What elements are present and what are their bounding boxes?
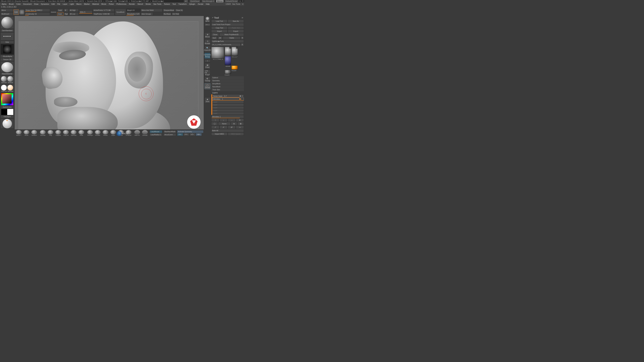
gradient-sphere[interactable]	[0, 118, 14, 129]
menu-stroke[interactable]: Stroke	[144, 3, 152, 5]
brush-layer[interactable]: Layer	[110, 130, 117, 136]
menu-saxtools[interactable]: Sax Tools	[152, 3, 162, 5]
rotate-button[interactable]: ⟲Rotate	[204, 39, 210, 45]
bpr-button[interactable]: BPR	[204, 16, 210, 22]
material-skinsha[interactable]	[8, 85, 13, 90]
brush-hpolish[interactable]: hPolish	[94, 130, 102, 136]
brush-planar[interactable]: Planar	[102, 130, 109, 136]
sym-y-button[interactable]: >Y<	[183, 133, 189, 136]
brush-zmodel[interactable]: ZModel	[141, 130, 148, 136]
menu-macro[interactable]: Macro	[75, 3, 82, 5]
section-subtool[interactable]: Subtool	[211, 76, 244, 79]
move-button[interactable]: ✥Move	[204, 32, 210, 38]
z-intensity-slider[interactable]: Z Intensity 15	[25, 12, 50, 15]
menu-edit[interactable]: Edit	[50, 3, 56, 5]
refresh-icon[interactable]: ⟳	[242, 17, 243, 19]
menu-movie[interactable]: Movie	[100, 3, 107, 5]
layer-invert-icon[interactable]: ⇄	[228, 125, 236, 129]
dynamic-persp-button[interactable]: DynamicPersp	[204, 53, 210, 59]
tool-thumb-5[interactable]	[225, 70, 231, 74]
section-arraymesh[interactable]: ArrayMesh	[211, 82, 244, 85]
color-picker[interactable]	[1, 93, 14, 105]
bake-all-button[interactable]: Bake All	[211, 129, 244, 132]
sdiv-slider[interactable]: SDiv 5	[79, 10, 92, 14]
section-geometry[interactable]: Geometry	[211, 79, 244, 82]
stroke-thumbnail[interactable]	[0, 32, 14, 40]
brush-clay[interactable]: Clay	[47, 130, 54, 136]
back-arrow-icon[interactable]: ↶	[212, 17, 214, 19]
blur-mask-button[interactable]: BlurMask	[163, 12, 172, 15]
menu-marker[interactable]: Marker	[83, 3, 91, 5]
morphuv-button[interactable]: Morph UV	[126, 8, 140, 12]
active-tool-name[interactable]: U4_L1_Polish_NoSimmetria.	[211, 43, 241, 46]
lightbox-tools-button[interactable]: Lightbox▶Tools	[211, 40, 244, 43]
draw-size-slider[interactable]: Draw Size 54.88813	[25, 8, 50, 12]
switch-color[interactable]: SwitchColor	[0, 106, 14, 109]
sym-m-button[interactable]: >M<	[196, 133, 202, 136]
load-tools-project-button[interactable]: Load Tools From Project	[211, 23, 244, 26]
layer-down-icon[interactable]: ↓	[220, 118, 228, 122]
layer-del-icon[interactable]: ⊠	[237, 122, 244, 125]
dynamesh-button[interactable]: DynaMesh	[115, 9, 126, 15]
menu-alpha[interactable]: Alpha	[1, 3, 8, 5]
tool-thumb-1[interactable]: 3	[225, 47, 231, 56]
section-thickskin[interactable]: Thick Skin	[211, 88, 244, 91]
auto-groups-button[interactable]: Auto Groups	[141, 12, 153, 15]
floor-button[interactable]: ▦Floor	[204, 63, 210, 69]
layer-up-icon[interactable]: ↑	[211, 118, 219, 122]
material-flatcol[interactable]	[1, 85, 7, 90]
layer-split-icon[interactable]: ⫽	[211, 125, 219, 129]
pin-icon[interactable]: ⊙	[242, 3, 244, 5]
material-thumbnail[interactable]	[0, 61, 14, 72]
layer-wrinkles[interactable]: Wrinkles 1 REC	[212, 97, 244, 100]
menu-light[interactable]: Light	[69, 3, 75, 5]
layer-empty[interactable]: Layer	[212, 106, 244, 109]
copy-tool-button[interactable]: Copy Tool	[211, 26, 228, 29]
seethrough-slider[interactable]: See-through 0	[202, 0, 215, 2]
accucurve-toggle[interactable]: AccuCurve	[163, 133, 176, 136]
goz-all-button[interactable]: All	[218, 36, 222, 39]
menu-render[interactable]: Render	[128, 3, 136, 5]
section-nanomesh[interactable]: NanoMesh	[211, 85, 244, 88]
menu-file[interactable]: File	[56, 3, 61, 5]
layer-fwd-icon[interactable]: →	[228, 118, 236, 122]
layer-flat-icon[interactable]: ▭	[236, 125, 244, 129]
menu-brush[interactable]: Brush	[8, 3, 15, 5]
close-icon[interactable]: ✕	[242, 0, 244, 2]
activate-symmetry-button[interactable]: Activate Symmetry	[177, 130, 203, 133]
make-polymesh3d-button[interactable]: Make PolyMesh3D	[219, 33, 244, 36]
layer-merge-icon[interactable]: ⫻	[220, 125, 228, 129]
brush-claytut[interactable]: ClayTut	[62, 130, 70, 136]
menu-stencil[interactable]: Stencil	[136, 3, 144, 5]
color-swatches[interactable]	[1, 109, 13, 115]
menu-zplugin[interactable]: Zplugin	[188, 3, 196, 5]
dynamic-label[interactable]: Dynamic	[50, 11, 57, 13]
mirror-button[interactable]: Mirror	[1, 8, 13, 12]
menu-picker[interactable]: Picker	[108, 3, 115, 5]
all-low-button[interactable]: All Low	[69, 12, 79, 15]
ghost-button[interactable]: ◯Ghost	[204, 83, 210, 89]
mirror-and-weld-button[interactable]: Mirror And Weld	[141, 8, 162, 12]
close-holes-button[interactable]: Close Hc	[175, 8, 184, 12]
zadd-button[interactable]: Zadd	[57, 8, 64, 12]
sym-x-button[interactable]: >X<	[177, 133, 183, 136]
brush-snakeh[interactable]: SnakeH	[30, 130, 38, 136]
menu-color[interactable]: Color	[15, 3, 22, 5]
tool-thumb-3[interactable]	[225, 56, 231, 65]
menu-transform[interactable]: Transform	[177, 3, 188, 5]
texture-off[interactable]: Texture Off	[0, 58, 14, 61]
resolution-slider[interactable]: Resolution 528	[126, 12, 140, 15]
ac-button[interactable]: AC	[184, 0, 188, 2]
layer-noise-base[interactable]: Noise base 0.7 ◉ ◇	[212, 94, 244, 97]
layer-empty[interactable]: Layer	[212, 109, 244, 112]
rgb-button[interactable]: Rgb	[64, 12, 68, 15]
goz-button[interactable]: GoZ	[211, 36, 217, 39]
lazymouse-toggle[interactable]: LazyMouse	[150, 130, 162, 133]
layer-empty[interactable]: Layer	[212, 112, 244, 115]
edit-mode-button[interactable]: Edit	[14, 9, 19, 15]
menu-help[interactable]: Help	[205, 3, 211, 5]
tool-thumb-main[interactable]	[211, 47, 224, 58]
viewport[interactable]	[14, 16, 204, 136]
brush-claybui[interactable]: ClayBui	[54, 130, 62, 136]
material-basicm[interactable]	[8, 76, 13, 82]
